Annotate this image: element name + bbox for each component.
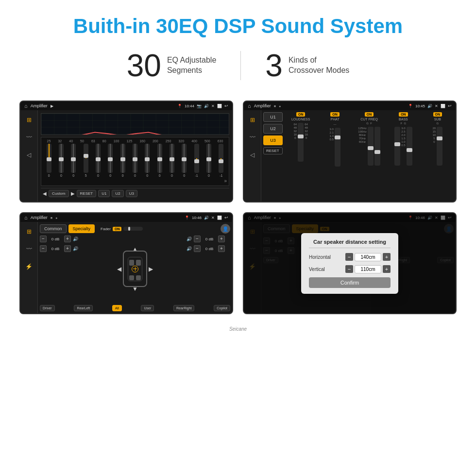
confirm-button[interactable]: Confirm <box>309 277 391 288</box>
window-icon-2[interactable]: ⬜ <box>441 104 445 108</box>
prev-btn[interactable]: ◀ <box>43 191 47 196</box>
eq-slider-8[interactable]: 0 <box>145 144 150 177</box>
bass-slider2[interactable] <box>407 127 412 166</box>
reset-btn[interactable]: RESET <box>77 190 97 197</box>
u2-preset[interactable]: U2 <box>263 124 283 134</box>
eq-slider-4[interactable]: 0 <box>96 144 101 177</box>
reset-btn-2[interactable]: RESET <box>263 147 283 154</box>
u3-preset[interactable]: U3 <box>263 135 283 145</box>
speaker-controls-right: 🔊 − 0 dB + 🔊 − 0 dB + <box>187 236 230 302</box>
fr-minus[interactable]: − <box>194 236 201 242</box>
eq-slider-9[interactable]: 0 <box>157 144 162 177</box>
eq-main-1: 253240506380100125160200250320400500630 … <box>38 110 232 202</box>
back-icon-3[interactable]: ↩ <box>224 215 228 220</box>
u2-btn[interactable]: U2 <box>112 190 123 197</box>
fader-on-toggle[interactable]: ON <box>113 227 122 231</box>
car-speaker-dialog: Car speaker distance setting Horizontal … <box>301 233 398 294</box>
bluetooth-icon[interactable]: ⚡ <box>23 261 35 272</box>
wave-icon[interactable]: 〰 <box>23 132 35 143</box>
driver-btn[interactable]: Driver <box>40 305 55 311</box>
eq-slider-14[interactable]: -1 <box>219 144 223 177</box>
eq-icon-3[interactable]: ⊞ <box>23 226 35 237</box>
volume-icon-3[interactable]: 🔊 <box>204 216 209 220</box>
camera-icon[interactable]: 📷 <box>197 104 202 108</box>
sub-slider[interactable] <box>437 127 442 166</box>
fl-minus[interactable]: − <box>40 236 47 242</box>
eq-slider-5[interactable]: 0 <box>108 144 113 177</box>
eq-icon[interactable]: ⊞ <box>23 114 35 126</box>
loudness-slider[interactable] <box>298 123 304 162</box>
channel-bass: ON BASS F G 3.02.52.01.51.00.5 <box>387 112 419 200</box>
home-icon-2[interactable]: ⌂ <box>248 103 251 109</box>
eq-slider-1[interactable]: 0 <box>59 144 64 177</box>
rl-plus[interactable]: + <box>64 245 71 252</box>
volume-icon-2[interactable]: 🔊 <box>427 104 432 108</box>
crossover-channels: ON LOUDNESS 644832160 <box>285 112 454 200</box>
eq-slider-3[interactable]: 5 <box>84 144 88 177</box>
all-btn[interactable]: All <box>112 305 122 311</box>
fl-plus[interactable]: + <box>64 236 71 242</box>
rear-left-btn[interactable]: RearLeft <box>74 305 93 311</box>
horizontal-label: Horizontal <box>309 254 338 260</box>
down-arrow[interactable]: ▼ <box>132 286 138 292</box>
horizontal-plus[interactable]: + <box>383 253 391 261</box>
left-arrow[interactable]: ◀ <box>117 266 121 272</box>
copilot-btn[interactable]: Copilot <box>214 305 230 311</box>
back-icon-2[interactable]: ↩ <box>448 103 452 108</box>
right-arrow[interactable]: ▶ <box>149 266 153 272</box>
crosshair[interactable] <box>132 266 138 272</box>
home-icon[interactable]: ⌂ <box>24 103 28 109</box>
u1-btn[interactable]: U1 <box>98 190 110 197</box>
fader-track[interactable] <box>123 227 143 231</box>
x-icon-2[interactable]: ✕ <box>435 104 438 108</box>
dialog-title: Car speaker distance setting <box>309 239 391 248</box>
eq-slider-12[interactable]: -1 <box>194 144 199 177</box>
x-icon-3[interactable]: ✕ <box>211 216 215 220</box>
wave-icon-2[interactable]: 〰 <box>247 132 258 143</box>
eq-slider-2[interactable]: 0 <box>71 144 76 177</box>
bass-slider[interactable] <box>394 127 400 166</box>
eq-slider-6[interactable]: 0 <box>120 144 125 177</box>
vertical-input[interactable]: 110cm <box>355 265 381 273</box>
rear-right-btn[interactable]: RearRight <box>173 305 195 311</box>
profile-icon[interactable]: 👤 <box>221 224 230 234</box>
u3-btn[interactable]: U3 <box>126 190 137 197</box>
vertical-plus[interactable]: + <box>383 265 391 273</box>
horizontal-input[interactable]: 140cm <box>355 253 381 261</box>
wave-icon-3[interactable]: 〰 <box>23 243 35 255</box>
phat-slider[interactable] <box>335 128 340 167</box>
rr-plus[interactable]: + <box>218 245 225 252</box>
eq-slider-11[interactable]: 0 <box>182 144 187 177</box>
eq-icon-2[interactable]: ⊞ <box>247 114 258 126</box>
rr-minus[interactable]: − <box>194 245 201 252</box>
fr-plus[interactable]: + <box>218 236 225 242</box>
speaker-icon-2[interactable]: ◁ <box>247 149 258 161</box>
stat-crossover-label: Kinds ofCrossover Modes <box>289 55 349 76</box>
cutfreq-slider2[interactable] <box>374 127 380 166</box>
volume-icon[interactable]: 🔊 <box>204 104 209 108</box>
eq-slider-10[interactable]: 0 <box>170 144 174 177</box>
window-icon[interactable]: ⬜ <box>217 104 222 108</box>
eq-slider-0[interactable]: 0 <box>47 144 51 177</box>
back-icon[interactable]: ↩ <box>224 103 228 108</box>
record-icon-3: ■ <box>51 216 52 220</box>
horizontal-minus[interactable]: − <box>345 253 353 261</box>
eq-slider-13[interactable]: 0 <box>206 144 211 177</box>
x-icon[interactable]: ✕ <box>211 104 215 108</box>
u1-preset[interactable]: U1 <box>263 112 283 122</box>
next-btn[interactable]: ▶ <box>71 191 75 196</box>
play-icon[interactable]: ▶ <box>51 104 53 108</box>
eq-slider-7[interactable]: 0 <box>133 144 137 177</box>
user-btn[interactable]: User <box>141 305 154 311</box>
window-icon-3[interactable]: ⬜ <box>217 216 222 220</box>
specialty-tab[interactable]: Specialty <box>68 224 95 233</box>
vertical-minus[interactable]: − <box>345 265 353 273</box>
expand-icon[interactable]: » <box>224 178 227 184</box>
car-diagram-wrapper: ▲ <box>85 236 185 302</box>
cutfreq-slider[interactable] <box>368 127 374 166</box>
home-icon-3[interactable]: ⌂ <box>24 215 28 220</box>
common-tab[interactable]: Common <box>40 224 67 233</box>
speaker-icon[interactable]: ◁ <box>23 149 35 161</box>
rl-minus[interactable]: − <box>40 245 47 252</box>
custom-btn[interactable]: Custom <box>49 190 69 197</box>
